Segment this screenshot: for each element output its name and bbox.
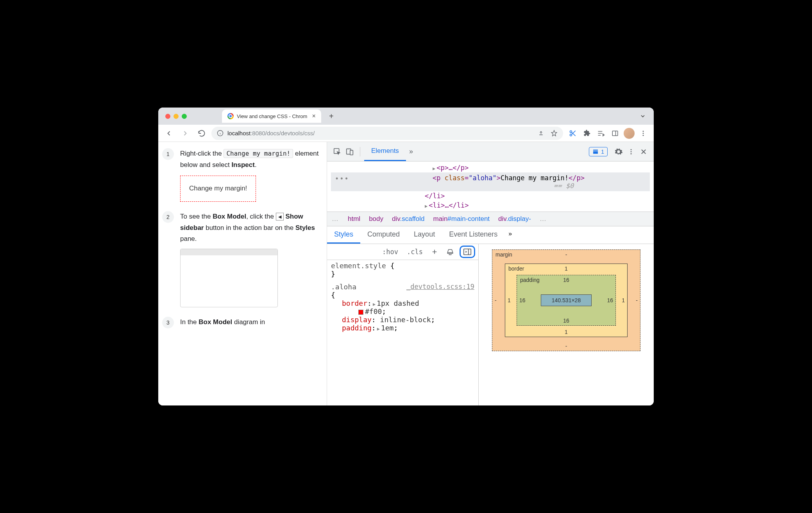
svg-point-5 (643, 133, 644, 134)
styles-tabs: Styles Computed Layout Event Listeners » (327, 226, 654, 244)
box-model-diagram[interactable]: margin - - - - border 1 1 1 1 padding (479, 244, 654, 405)
dom-ellipsis-icon[interactable]: ••• (335, 175, 349, 183)
color-swatch-icon[interactable] (358, 310, 363, 315)
show-sidebar-button[interactable] (460, 246, 475, 258)
step-1: 1 Right-click the Change my margin! elem… (162, 148, 319, 202)
minimize-window-button[interactable] (173, 114, 179, 119)
styles-filter-input[interactable] (330, 248, 377, 255)
omnibox[interactable]: localhost:8080/docs/devtools/css/ (211, 127, 563, 140)
devtools-header: Elements » 1 (327, 142, 654, 161)
site-info-icon[interactable] (217, 130, 224, 136)
show-sidebar-kbd-icon: ◀ (276, 213, 284, 221)
paint-brush-icon[interactable] (443, 246, 457, 257)
close-tab-button[interactable]: × (312, 113, 315, 120)
bookmark-icon[interactable] (551, 130, 558, 137)
svg-rect-3 (612, 131, 618, 136)
device-toggle-icon[interactable] (343, 145, 356, 158)
step-num-2: 2 (162, 211, 174, 223)
browser-menu-button[interactable] (637, 127, 650, 140)
tab-title: View and change CSS - Chrom (237, 113, 307, 119)
new-tab-button[interactable]: + (326, 111, 337, 122)
more-tabs-chevron-icon[interactable]: » (409, 147, 413, 156)
hov-button[interactable]: :hov (379, 246, 401, 257)
settings-gear-icon[interactable] (612, 145, 625, 158)
rule-source-link[interactable]: _devtools.scss:19 (406, 283, 474, 291)
titlebar: View and change CSS - Chrom × + (158, 108, 654, 125)
new-style-rule-icon[interactable] (428, 247, 441, 256)
content-area: 1 Right-click the Change my margin! elem… (158, 142, 654, 405)
close-devtools-icon[interactable] (637, 145, 650, 158)
svg-point-1 (570, 131, 572, 133)
screenshot-thumbnail (180, 249, 278, 307)
styles-rules-panel: :hov .cls element.style { } .aloha _devt… (327, 244, 479, 405)
issues-badge[interactable]: 1 (589, 147, 608, 156)
box-model-margin[interactable]: margin - - - - border 1 1 1 1 padding (492, 249, 640, 351)
crumb-div-scaffold[interactable]: div.scaffold (392, 215, 425, 223)
box-model-padding[interactable]: padding 16 16 16 16 140.531×28 (517, 275, 616, 326)
elements-dom-tree[interactable]: ▶<p>…</p> ••• <p class="aloha">Change my… (327, 161, 654, 212)
box-model-border[interactable]: border 1 1 1 1 padding 16 16 16 16 (505, 264, 628, 337)
tab-elements[interactable]: Elements (364, 142, 406, 161)
url-text: localhost:8080/docs/devtools/css/ (227, 130, 315, 136)
crumb-overflow-left[interactable]: … (332, 215, 339, 223)
reload-button[interactable] (195, 127, 208, 140)
scissors-icon[interactable] (566, 127, 579, 140)
svg-point-10 (631, 149, 632, 150)
toolbar-right (566, 127, 650, 140)
tab-computed[interactable]: Computed (360, 226, 407, 244)
inspect-element-icon[interactable] (331, 145, 343, 158)
svg-point-12 (631, 153, 632, 154)
tab-event-listeners[interactable]: Event Listeners (442, 226, 504, 244)
breadcrumb: … html body div.scaffold main#main-conte… (327, 212, 654, 226)
devtools-panel: Elements » 1 ▶<p>…</p> ••• <p class="alo… (327, 142, 654, 405)
svg-rect-9 (350, 150, 353, 155)
close-window-button[interactable] (165, 114, 170, 119)
step-2: 2 To see the Box Model, click the ◀ Show… (162, 211, 319, 308)
styles-body: :hov .cls element.style { } .aloha _devt… (327, 244, 654, 405)
crumb-body[interactable]: body (369, 215, 383, 223)
profile-avatar[interactable] (622, 127, 636, 140)
code-inline: Change my margin! (224, 149, 293, 158)
svg-point-6 (643, 135, 644, 136)
demo-element[interactable]: Change my margin! (180, 176, 256, 202)
svg-rect-13 (464, 249, 471, 255)
step-3: 3 In the Box Model diagram in (162, 317, 319, 328)
chrome-favicon-icon (227, 113, 234, 119)
forward-button[interactable] (179, 127, 192, 140)
css-rules[interactable]: element.style { } .aloha _devtools.scss:… (327, 260, 478, 334)
extensions-icon[interactable] (580, 127, 594, 140)
crumb-overflow-right[interactable]: … (540, 215, 547, 223)
crumb-main[interactable]: main#main-content (433, 215, 490, 223)
svg-point-4 (643, 131, 644, 132)
step-2-body: To see the Box Model, click the ◀ Show s… (180, 211, 319, 308)
svg-point-11 (631, 151, 632, 152)
back-button[interactable] (162, 127, 175, 140)
cls-button[interactable]: .cls (404, 246, 426, 257)
step-num-1: 1 (162, 148, 174, 160)
traffic-lights (165, 114, 187, 119)
step-3-body: In the Box Model diagram in (180, 317, 265, 328)
side-panel-icon[interactable] (608, 127, 622, 140)
step-1-body: Right-click the Change my margin! elemen… (180, 148, 319, 202)
styles-filter-row: :hov .cls (327, 244, 478, 260)
maximize-window-button[interactable] (182, 114, 187, 119)
browser-window: View and change CSS - Chrom × + localhos… (158, 108, 654, 405)
crumb-div-display[interactable]: div.display- (498, 215, 531, 223)
page-content: 1 Right-click the Change my margin! elem… (158, 142, 327, 405)
crumb-html[interactable]: html (348, 215, 360, 223)
box-model-content[interactable]: 140.531×28 (541, 294, 592, 306)
selected-dom-node[interactable]: ••• <p class="aloha">Change my margin!</… (331, 172, 650, 191)
step-num-3: 3 (162, 317, 174, 328)
svg-point-2 (570, 134, 572, 136)
devtools-menu-icon[interactable] (625, 145, 637, 158)
tabs-dropdown-button[interactable] (640, 113, 646, 119)
browser-tab[interactable]: View and change CSS - Chrom × (222, 109, 321, 123)
tab-strip: View and change CSS - Chrom × + (222, 109, 650, 123)
tab-styles[interactable]: Styles (327, 226, 360, 244)
tab-layout[interactable]: Layout (407, 226, 442, 244)
browser-toolbar: localhost:8080/docs/devtools/css/ (158, 125, 654, 142)
playlist-icon[interactable] (594, 127, 608, 140)
more-styles-tabs-icon[interactable]: » (504, 226, 516, 244)
share-icon[interactable] (538, 130, 544, 136)
